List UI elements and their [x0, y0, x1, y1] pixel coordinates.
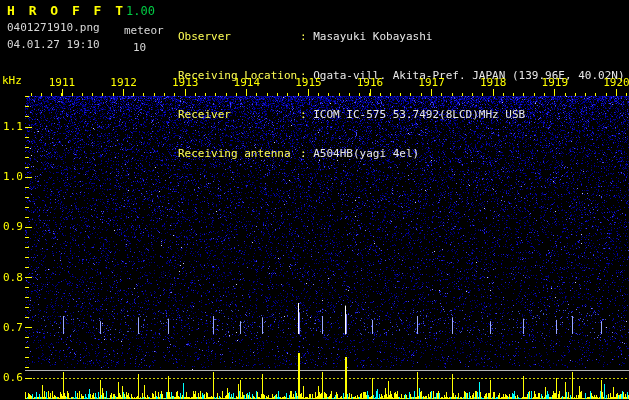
echo-count: 10 [133, 42, 146, 53]
info-row-receiver: Receiver: ICOM IC-575 53.7492(8LCD)MHz U… [178, 108, 625, 121]
time-tick-label: 1914 [230, 77, 264, 88]
station-info: Observer: Masayuki Kobayashi Receiving L… [178, 4, 625, 186]
time-tick-label: 1915 [291, 77, 325, 88]
info-value: A504HB(yagi 4el) [313, 147, 419, 160]
info-label: Receiving antenna [178, 147, 300, 160]
info-separator: : [300, 147, 313, 160]
frequency-tick-label: 0.6 [3, 372, 23, 383]
output-filename: 0401271910.png [7, 22, 100, 33]
time-tick-label: 1916 [353, 77, 387, 88]
info-row-observer: Observer: Masayuki Kobayashi [178, 30, 625, 43]
frequency-tick-label: 0.8 [3, 272, 23, 283]
info-label: Receiver [178, 108, 300, 121]
app-title: H R O F F T [7, 4, 126, 17]
frequency-unit-label: kHz [2, 75, 22, 86]
mode-label: meteor [124, 25, 164, 36]
time-tick-label: 1919 [538, 77, 572, 88]
time-tick-label: 1920 [599, 77, 629, 88]
info-separator: : [300, 30, 313, 43]
frequency-tick-label: 0.7 [3, 322, 23, 333]
info-separator: : [300, 108, 313, 121]
info-value: ICOM IC-575 53.7492(8LCD)MHz USB [313, 108, 525, 121]
time-tick-label: 1911 [45, 77, 79, 88]
app-version: 1.00 [126, 5, 155, 17]
hrofft-screen: H R O F F T 1.00 0401271910.png meteor 0… [0, 0, 629, 400]
time-tick-label: 1913 [168, 77, 202, 88]
frequency-tick-label: 0.9 [3, 221, 23, 232]
datetime-label: 04.01.27 19:10 [7, 39, 100, 50]
time-tick-label: 1918 [476, 77, 510, 88]
time-tick-label: 1917 [415, 77, 449, 88]
info-label: Observer [178, 30, 300, 43]
time-tick-label: 1912 [107, 77, 141, 88]
frequency-tick-label: 1.0 [3, 171, 23, 182]
info-value: Masayuki Kobayashi [313, 30, 432, 43]
frequency-tick-label: 1.1 [3, 121, 23, 132]
info-row-antenna: Receiving antenna: A504HB(yagi 4el) [178, 147, 625, 160]
